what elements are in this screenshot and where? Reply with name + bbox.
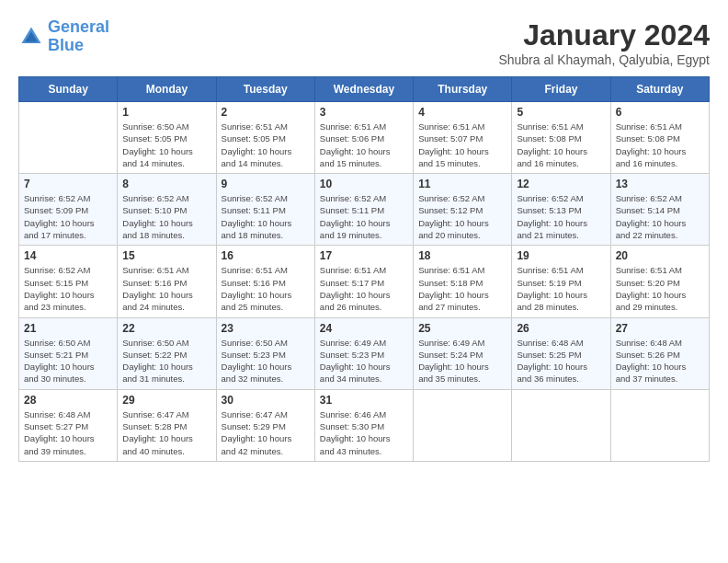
calendar-table: SundayMondayTuesdayWednesdayThursdayFrid… [18,76,710,462]
calendar-cell: 1Sunrise: 6:50 AM Sunset: 5:05 PM Daylig… [118,102,216,174]
day-number: 22 [122,322,210,335]
calendar-cell: 13Sunrise: 6:52 AM Sunset: 5:14 PM Dayli… [610,174,709,246]
day-number: 23 [222,322,310,335]
calendar-cell: 24Sunrise: 6:49 AM Sunset: 5:23 PM Dayli… [314,317,413,389]
cell-info: Sunrise: 6:51 AM Sunset: 5:17 PM Dayligh… [320,264,408,313]
day-number: 15 [122,249,210,262]
calendar-cell: 25Sunrise: 6:49 AM Sunset: 5:24 PM Dayli… [414,317,512,389]
day-header-saturday: Saturday [610,77,709,102]
calendar-cell: 3Sunrise: 6:51 AM Sunset: 5:06 PM Daylig… [314,102,413,174]
calendar-cell: 21Sunrise: 6:50 AM Sunset: 5:21 PM Dayli… [19,317,118,389]
title-area: January 2024 Shubra al Khaymah, Qalyubia… [498,18,710,67]
cell-info: Sunrise: 6:51 AM Sunset: 5:18 PM Dayligh… [418,264,506,313]
cell-info: Sunrise: 6:51 AM Sunset: 5:07 PM Dayligh… [418,121,506,169]
day-number: 7 [24,178,112,190]
cell-info: Sunrise: 6:51 AM Sunset: 5:16 PM Dayligh… [122,264,210,313]
calendar-cell: 4Sunrise: 6:51 AM Sunset: 5:07 PM Daylig… [414,102,512,174]
calendar-cell: 15Sunrise: 6:51 AM Sunset: 5:16 PM Dayli… [118,246,216,317]
day-header-monday: Monday [118,77,216,102]
cell-info: Sunrise: 6:52 AM Sunset: 5:12 PM Dayligh… [418,192,506,241]
calendar-cell: 17Sunrise: 6:51 AM Sunset: 5:17 PM Dayli… [314,246,413,317]
cell-info: Sunrise: 6:47 AM Sunset: 5:28 PM Dayligh… [122,408,210,457]
day-number: 25 [418,322,506,335]
calendar-cell: 19Sunrise: 6:51 AM Sunset: 5:19 PM Dayli… [512,246,610,317]
day-number: 29 [122,394,210,407]
day-number: 12 [517,178,605,190]
calendar-cell: 2Sunrise: 6:51 AM Sunset: 5:05 PM Daylig… [216,102,314,174]
logo-icon [18,24,44,50]
day-number: 30 [222,394,310,407]
cell-info: Sunrise: 6:52 AM Sunset: 5:14 PM Dayligh… [616,192,704,241]
calendar-cell: 5Sunrise: 6:51 AM Sunset: 5:08 PM Daylig… [512,102,610,174]
calendar-cell: 26Sunrise: 6:48 AM Sunset: 5:25 PM Dayli… [512,317,610,389]
day-header-wednesday: Wednesday [314,77,413,102]
day-number: 27 [616,322,704,335]
cell-info: Sunrise: 6:46 AM Sunset: 5:30 PM Dayligh… [320,408,408,457]
day-number: 2 [222,106,310,119]
calendar-cell: 14Sunrise: 6:52 AM Sunset: 5:15 PM Dayli… [19,246,118,317]
cell-info: Sunrise: 6:51 AM Sunset: 5:05 PM Dayligh… [222,121,310,169]
calendar-cell: 18Sunrise: 6:51 AM Sunset: 5:18 PM Dayli… [414,246,512,317]
cell-info: Sunrise: 6:52 AM Sunset: 5:15 PM Dayligh… [24,264,112,313]
calendar-cell: 11Sunrise: 6:52 AM Sunset: 5:12 PM Dayli… [414,174,512,246]
calendar-cell: 10Sunrise: 6:52 AM Sunset: 5:11 PM Dayli… [314,174,413,246]
day-number: 17 [320,249,408,262]
day-number: 5 [517,106,605,119]
cell-info: Sunrise: 6:51 AM Sunset: 5:08 PM Dayligh… [616,121,704,169]
cell-info: Sunrise: 6:50 AM Sunset: 5:22 PM Dayligh… [122,337,210,385]
calendar-cell: 22Sunrise: 6:50 AM Sunset: 5:22 PM Dayli… [118,317,216,389]
cell-info: Sunrise: 6:51 AM Sunset: 5:06 PM Dayligh… [320,121,408,169]
day-number: 18 [418,249,506,262]
day-number: 31 [320,394,408,407]
calendar-cell: 8Sunrise: 6:52 AM Sunset: 5:10 PM Daylig… [118,174,216,246]
day-number: 3 [320,106,408,119]
calendar-cell: 31Sunrise: 6:46 AM Sunset: 5:30 PM Dayli… [314,389,413,461]
calendar-cell: 28Sunrise: 6:48 AM Sunset: 5:27 PM Dayli… [19,389,118,461]
cell-info: Sunrise: 6:52 AM Sunset: 5:10 PM Dayligh… [122,192,210,241]
cell-info: Sunrise: 6:50 AM Sunset: 5:05 PM Dayligh… [122,121,210,169]
cell-info: Sunrise: 6:52 AM Sunset: 5:11 PM Dayligh… [320,192,408,241]
day-number: 4 [418,106,506,119]
calendar-cell: 23Sunrise: 6:50 AM Sunset: 5:23 PM Dayli… [216,317,314,389]
location: Shubra al Khaymah, Qalyubia, Egypt [498,52,710,67]
logo-text: General Blue [48,18,109,55]
cell-info: Sunrise: 6:52 AM Sunset: 5:09 PM Dayligh… [24,192,112,241]
day-number: 20 [616,249,704,262]
calendar-cell [414,389,512,461]
day-number: 26 [517,322,605,335]
calendar-cell: 6Sunrise: 6:51 AM Sunset: 5:08 PM Daylig… [610,102,709,174]
day-number: 19 [517,249,605,262]
calendar-cell: 12Sunrise: 6:52 AM Sunset: 5:13 PM Dayli… [512,174,610,246]
cell-info: Sunrise: 6:48 AM Sunset: 5:25 PM Dayligh… [517,337,605,385]
calendar-cell: 9Sunrise: 6:52 AM Sunset: 5:11 PM Daylig… [216,174,314,246]
cell-info: Sunrise: 6:52 AM Sunset: 5:11 PM Dayligh… [222,192,310,241]
calendar-cell [512,389,610,461]
calendar-cell: 7Sunrise: 6:52 AM Sunset: 5:09 PM Daylig… [19,174,118,246]
cell-info: Sunrise: 6:49 AM Sunset: 5:23 PM Dayligh… [320,337,408,385]
calendar-cell: 29Sunrise: 6:47 AM Sunset: 5:28 PM Dayli… [118,389,216,461]
day-number: 13 [616,178,704,190]
day-number: 9 [222,178,310,190]
calendar-cell [610,389,709,461]
cell-info: Sunrise: 6:50 AM Sunset: 5:23 PM Dayligh… [222,337,310,385]
day-number: 8 [122,178,210,190]
cell-info: Sunrise: 6:52 AM Sunset: 5:13 PM Dayligh… [517,192,605,241]
logo: General Blue [18,18,109,55]
day-number: 21 [24,322,112,335]
day-number: 28 [24,394,112,407]
cell-info: Sunrise: 6:47 AM Sunset: 5:29 PM Dayligh… [222,408,310,457]
calendar-cell: 16Sunrise: 6:51 AM Sunset: 5:16 PM Dayli… [216,246,314,317]
day-number: 14 [24,249,112,262]
calendar-cell: 30Sunrise: 6:47 AM Sunset: 5:29 PM Dayli… [216,389,314,461]
calendar-cell [19,102,118,174]
day-number: 24 [320,322,408,335]
page-header: General Blue January 2024 Shubra al Khay… [18,18,710,67]
month-title: January 2024 [498,18,710,52]
day-header-thursday: Thursday [414,77,512,102]
day-number: 6 [616,106,704,119]
day-number: 11 [418,178,506,190]
cell-info: Sunrise: 6:51 AM Sunset: 5:16 PM Dayligh… [222,264,310,313]
cell-info: Sunrise: 6:48 AM Sunset: 5:26 PM Dayligh… [616,337,704,385]
cell-info: Sunrise: 6:51 AM Sunset: 5:08 PM Dayligh… [517,121,605,169]
day-header-sunday: Sunday [19,77,118,102]
